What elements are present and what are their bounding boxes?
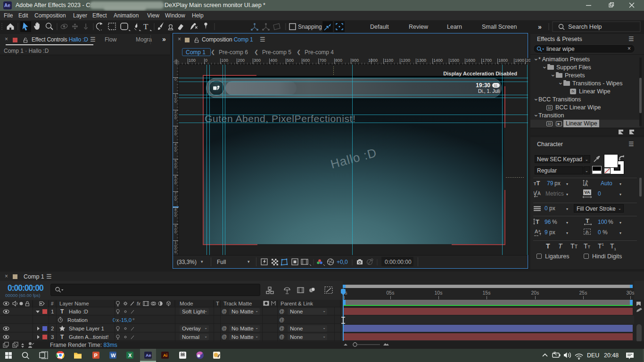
svg-text:Snapping: Snapping [298,24,322,30]
svg-text:A: A [535,229,538,234]
svg-text:Mode: Mode [180,301,193,306]
svg-text:T: T [143,22,149,31]
svg-text:A: A [537,191,541,196]
svg-text:Ae: Ae [146,353,151,358]
svg-text:Learn: Learn [447,24,462,30]
svg-text:Layer Name: Layer Name [59,301,89,306]
svg-text:+0,0: +0,0 [337,259,348,265]
svg-text:#: # [51,301,54,306]
svg-text:T: T [216,301,219,306]
svg-text:Review: Review [409,24,429,30]
svg-text:Search Help: Search Help [568,23,602,30]
svg-text:Parent & Link: Parent & Link [281,301,313,306]
svg-text:20:48: 20:48 [604,352,619,359]
svg-text:A: A [585,182,588,187]
svg-text:X: X [128,353,132,358]
svg-text:Track Matte: Track Matte [223,301,252,306]
svg-text:W: W [111,353,116,358]
svg-text:T: T [536,218,539,225]
svg-text:Default: Default [370,24,389,30]
svg-text:»: » [538,23,542,31]
svg-text:a: a [538,229,540,232]
svg-text:DEU: DEU [587,352,599,359]
svg-text:T: T [586,217,589,224]
svg-text:Small Screen: Small Screen [482,24,517,30]
svg-text:Ai: Ai [163,353,167,358]
svg-text:fx: fx [137,301,141,306]
svg-text:P: P [94,353,98,358]
